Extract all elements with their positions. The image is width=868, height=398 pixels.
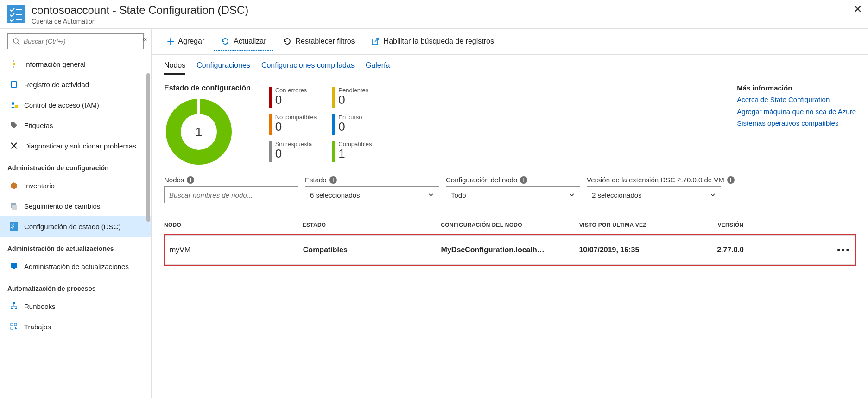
- info-icon[interactable]: i: [727, 176, 735, 184]
- filter-row: Nodosi Buscar nombres de nodo... Estadoi…: [164, 176, 856, 203]
- resource-icon: [6, 4, 26, 24]
- stack-icon: [7, 202, 20, 210]
- page-title: contosoaccount - State Configuration (DS…: [32, 4, 248, 17]
- svg-line-5: [18, 43, 19, 45]
- tab-configurations[interactable]: Configuraciones: [196, 61, 250, 75]
- nav-label: Inventario: [24, 182, 55, 190]
- nav-label: Etiquetas: [24, 122, 53, 129]
- tab-nodes[interactable]: Nodos: [164, 61, 185, 75]
- col-state[interactable]: ESTADO: [303, 217, 441, 234]
- tools-icon: [7, 141, 20, 150]
- collapse-sidebar-icon[interactable]: «: [142, 33, 147, 44]
- nav-inventory[interactable]: Inventario: [7, 175, 144, 196]
- info-icon[interactable]: i: [329, 176, 337, 184]
- main-panel: + Agregar Actualizar Restablecer filtros…: [152, 29, 868, 398]
- enable-log-label: Habilitar la búsqueda de registros: [384, 37, 494, 45]
- svg-point-13: [12, 102, 14, 105]
- reset-icon: [283, 37, 292, 46]
- filter-nodeconfig-select[interactable]: Todo: [446, 186, 580, 203]
- refresh-label: Actualizar: [234, 37, 266, 45]
- nav-jobs[interactable]: Trabajos: [7, 316, 144, 337]
- nav-access-control[interactable]: Control de acceso (IAM): [7, 95, 144, 115]
- filter-nodes-input[interactable]: Buscar nombres de nodo...: [164, 186, 298, 203]
- cell-state: Compatibles: [303, 236, 441, 265]
- stat-noresponse: Sin respuesta0: [269, 141, 317, 162]
- nav-activity-log[interactable]: Registro de actividad: [7, 74, 144, 95]
- info-icon[interactable]: i: [520, 176, 527, 184]
- col-version[interactable]: VERSIÓN: [717, 217, 835, 234]
- filter-state-label: Estado: [305, 176, 327, 184]
- info-link-about[interactable]: Acerca de State Configuration: [737, 94, 856, 106]
- stat-compatible: Compatibles1: [332, 141, 372, 162]
- nodes-table: NODO ESTADO CONFIGURACIÓN DEL NODO VISTO…: [164, 217, 856, 266]
- sidebar-search-input[interactable]: [24, 38, 139, 45]
- box-icon: [7, 181, 20, 190]
- nav-label: Información general: [24, 60, 86, 68]
- highlighted-row: myVM Compatibles MyDscConfiguration.loca…: [164, 234, 856, 266]
- stat-pending: Pendientes0: [332, 87, 372, 108]
- filter-state-select[interactable]: 6 seleccionados: [305, 186, 439, 203]
- nav-update-mgmt[interactable]: Administración de actualizaciones: [7, 256, 144, 276]
- nav-diagnose[interactable]: Diagnosticar y solucionar problemas: [7, 135, 144, 156]
- status-cards: Con errores0 Pendientes0 No compatibles0…: [269, 87, 372, 162]
- add-button[interactable]: + Agregar: [160, 32, 211, 51]
- nav-label: Administración de actualizaciones: [24, 263, 129, 270]
- info-icon[interactable]: i: [187, 176, 194, 184]
- svg-rect-24: [14, 323, 17, 326]
- stat-inprogress: En curso0: [332, 114, 372, 135]
- stat-noncompat: No compatibles0: [269, 114, 317, 135]
- toolbar: + Agregar Actualizar Restablecer filtros…: [152, 29, 868, 55]
- svg-rect-21: [11, 308, 13, 309]
- table-row[interactable]: myVM Compatibles MyDscConfiguration.loca…: [165, 236, 855, 265]
- tab-compiled-configs[interactable]: Configuraciones compiladas: [261, 61, 355, 75]
- col-config[interactable]: CONFIGURACIÓN DEL NODO: [441, 217, 579, 234]
- col-node[interactable]: NODO: [164, 217, 303, 234]
- nav-tags[interactable]: Etiquetas: [7, 115, 144, 135]
- tag-icon: [7, 121, 20, 129]
- nav-heading-updates: Administración de actualizaciones: [7, 245, 144, 252]
- col-lastseen[interactable]: VISTO POR ÚLTIMA VEZ: [579, 217, 718, 234]
- nav-label: Runbooks: [24, 302, 56, 310]
- tab-gallery[interactable]: Galería: [366, 61, 390, 75]
- svg-rect-12: [12, 82, 16, 87]
- info-link-os[interactable]: Sistemas operativos compatibles: [737, 117, 856, 129]
- log-icon: [7, 80, 20, 89]
- svg-rect-19: [13, 268, 15, 269]
- nav-label: Trabajos: [24, 323, 51, 331]
- nav-label: Configuración de estado (DSC): [24, 223, 120, 231]
- nav-heading-config: Administración de configuración: [7, 164, 144, 172]
- filter-nodes-label: Nodos: [164, 176, 184, 184]
- stat-errors: Con errores0: [269, 87, 317, 108]
- nav-label: Seguimiento de cambios: [24, 202, 100, 210]
- cell-node: myVM: [165, 236, 303, 265]
- enable-log-search-button[interactable]: Habilitar la búsqueda de registros: [364, 32, 501, 51]
- nav-runbooks[interactable]: Runbooks: [7, 296, 144, 316]
- svg-rect-18: [11, 263, 17, 268]
- filter-nodeconfig-label: Configuración del nodo: [446, 176, 517, 184]
- nav-label: Control de acceso (IAM): [24, 101, 99, 109]
- nav-change-tracking[interactable]: Seguimiento de cambios: [7, 196, 144, 216]
- person-icon: [7, 101, 20, 109]
- nav-state-dsc[interactable]: Configuración de estado (DSC): [0, 216, 151, 237]
- close-button[interactable]: ✕: [853, 4, 862, 15]
- sidebar-scrollbar[interactable]: [146, 73, 150, 222]
- sidebar-search[interactable]: [7, 33, 144, 49]
- external-link-icon: [371, 37, 380, 46]
- nav-label: Registro de actividad: [24, 81, 89, 89]
- refresh-button[interactable]: Actualizar: [214, 32, 273, 51]
- flow-icon: [7, 302, 20, 310]
- reset-filters-button[interactable]: Restablecer filtros: [276, 32, 361, 51]
- more-info: Más información Acerca de State Configur…: [737, 84, 856, 129]
- add-label: Agregar: [178, 37, 204, 45]
- svg-rect-25: [11, 327, 13, 329]
- row-menu-button[interactable]: •••: [837, 244, 850, 256]
- chevron-down-icon: [428, 192, 434, 198]
- nav-overview[interactable]: Información general: [7, 54, 144, 74]
- nav-heading-process: Automatización de procesos: [7, 285, 144, 292]
- chevron-down-icon: [569, 192, 575, 198]
- svg-rect-23: [11, 323, 13, 326]
- filter-version-select[interactable]: 2 seleccionados: [587, 186, 721, 203]
- info-link-add-machine[interactable]: Agregar máquina que no sea de Azure: [737, 106, 856, 118]
- cell-config: MyDscConfiguration.localh…: [441, 236, 579, 265]
- cell-last: 10/07/2019, 16:35: [579, 236, 717, 265]
